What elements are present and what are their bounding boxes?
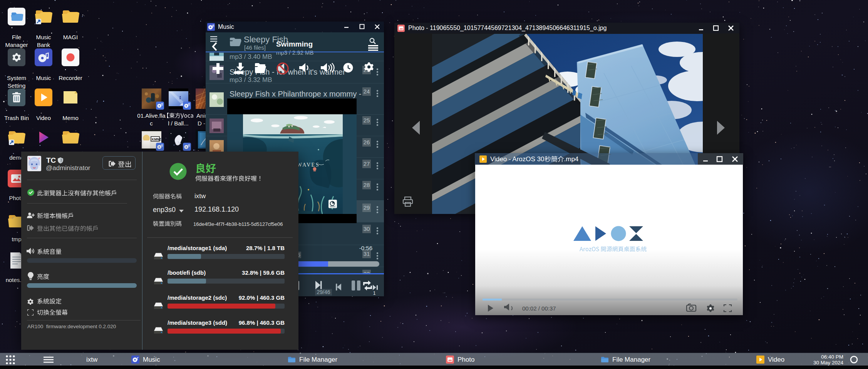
svg-text:WAVES: WAVES — [297, 162, 320, 168]
svg-text:29/46: 29/46 — [317, 289, 330, 295]
svg-text:KMNZ: KMNZ — [152, 137, 161, 141]
svg-text:MUSIC: MUSIC — [330, 206, 336, 208]
svg-text:1: 1 — [373, 291, 376, 296]
svg-text:00:02 / 00:37: 00:02 / 00:37 — [522, 305, 556, 312]
